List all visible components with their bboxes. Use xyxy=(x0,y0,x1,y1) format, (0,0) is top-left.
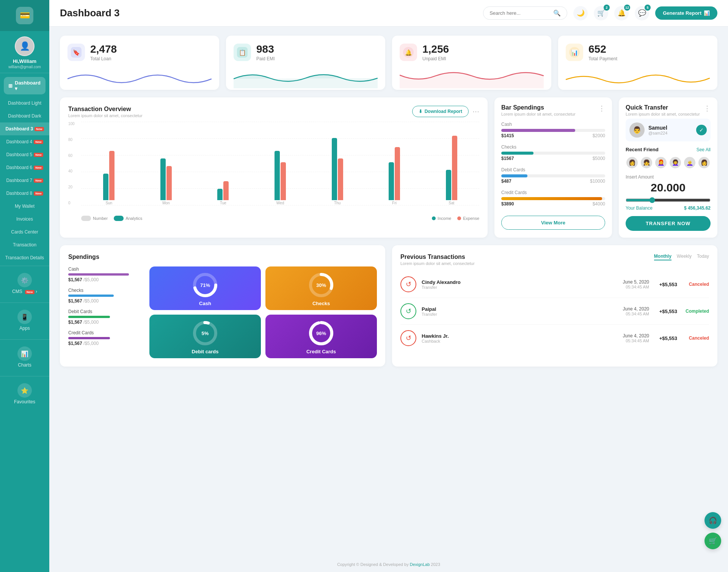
middle-row: Transaction Overview Lorem ipsum dolor s… xyxy=(60,97,717,238)
sidebar-item-transaction-details[interactable]: Transaction Details xyxy=(0,251,49,264)
friend-avatar-2[interactable]: 👧 xyxy=(640,156,653,169)
cart-btn[interactable]: 🛒 2 xyxy=(594,6,608,20)
checks-amount: $1567 xyxy=(501,156,514,161)
trans-status-paipal: Completed xyxy=(682,309,709,314)
sidebar-item-dashboard3[interactable]: Dashboard 3New xyxy=(0,122,49,135)
legend-right: Income Expense xyxy=(432,216,479,221)
tab-weekly[interactable]: Weekly xyxy=(677,254,692,260)
sidebar-item-dashboard6[interactable]: Dashboard 6New xyxy=(0,161,49,174)
checks-progress xyxy=(501,152,533,155)
donut-debit-label: Debit cards xyxy=(192,349,219,354)
toggle-analytics-on xyxy=(114,216,124,221)
total-payment-icon: 📊 xyxy=(566,44,583,61)
dashboard-toggle-btn[interactable]: ⊞ Dashboard ▾ xyxy=(4,77,46,94)
trans-date-hawkins: June 4, 2020 05:34:45 AM xyxy=(623,333,649,343)
legend-analytics: Analytics xyxy=(114,216,142,221)
donut-credit-label: Credit Cards xyxy=(306,349,336,354)
search-bar[interactable]: 🔍 xyxy=(483,6,567,20)
svg-text:🔔: 🔔 xyxy=(405,49,412,56)
sidebar-nav: Dashboard Light Dashboard Dark Dashboard… xyxy=(0,97,49,264)
day-label-sun: Sun xyxy=(105,201,112,205)
page-title: Dashboard 3 xyxy=(60,7,120,19)
bar-wed-coral xyxy=(281,162,286,200)
transaction-overview-more-btn[interactable]: ⋯ xyxy=(472,107,479,116)
cart-float-btn[interactable]: 🛒 xyxy=(704,533,721,549)
download-report-btn[interactable]: ⬇ Download Report xyxy=(412,106,469,117)
sidebar-item-dashboard-dark[interactable]: Dashboard Dark xyxy=(0,110,49,122)
bar-sat-coral xyxy=(452,136,457,200)
transfer-user-name: Samuel xyxy=(648,125,667,131)
star-icon: ⭐ xyxy=(17,383,32,398)
sidebar-item-dashboard5[interactable]: Dashboard 5New xyxy=(0,148,49,161)
charts-btn[interactable]: 📊 Charts xyxy=(0,343,49,371)
transfer-user-handle: @sam224 xyxy=(648,131,667,135)
sidebar-item-dashboard-light[interactable]: Dashboard Light xyxy=(0,97,49,110)
spendings-bar-checks xyxy=(68,295,114,297)
cms-btn[interactable]: ⚙️ CMS New › xyxy=(0,270,49,297)
bell-btn[interactable]: 🔔 12 xyxy=(614,6,629,20)
view-more-btn[interactable]: View More xyxy=(501,216,605,230)
chart-legend: Number Analytics Income Expense xyxy=(68,216,479,221)
sidebar-item-wallet[interactable]: My Wallet xyxy=(0,200,49,213)
prev-trans-header: Previous Transactions Lorem ipsum dolor … xyxy=(400,254,709,266)
logo-icon: 💳 xyxy=(16,7,33,24)
msg-badge: 5 xyxy=(645,5,651,11)
support-float-btn[interactable]: 🎧 xyxy=(704,512,721,529)
bar-group-fri: Fri xyxy=(367,124,422,205)
sidebar-item-dashboard4[interactable]: Dashboard 4New xyxy=(0,135,49,148)
avatar: 👤 xyxy=(15,36,35,56)
bar-group-wed: Wed xyxy=(253,124,308,205)
bar-group-tue: Tue xyxy=(195,124,251,205)
theme-toggle-btn[interactable]: 🌙 xyxy=(573,6,588,20)
trans-status-hawkins: Canceled xyxy=(682,335,709,341)
y-label-100: 100 xyxy=(68,122,79,126)
donut-cash: 71% Cash xyxy=(149,266,261,310)
cash-amount: $1415 xyxy=(501,133,514,138)
day-label-fri: Fri xyxy=(392,201,397,205)
tab-monthly[interactable]: Monthly xyxy=(654,254,672,260)
spendings-card: Spendings Cash $1,567 /$5,000 Checks $1,… xyxy=(60,245,385,367)
recent-friend-label: Recent Friend xyxy=(626,147,659,152)
generate-report-btn[interactable]: Generate Report 📊 xyxy=(655,6,717,20)
bell-badge: 12 xyxy=(624,5,630,11)
stat-cards: 🔖 2,478 Total Loan 📋 xyxy=(60,36,717,90)
apps-btn[interactable]: 📱 Apps xyxy=(0,307,49,334)
donut-credit-svg: 96% xyxy=(308,320,334,346)
balance-label: Your Balance xyxy=(626,205,653,211)
sidebar-item-invoices[interactable]: Invoices xyxy=(0,213,49,226)
sidebar-item-cards[interactable]: Cards Center xyxy=(0,226,49,238)
amount-slider[interactable] xyxy=(626,197,711,203)
message-btn[interactable]: 💬 5 xyxy=(635,6,649,20)
friend-avatar-1[interactable]: 👩 xyxy=(626,156,639,169)
fav-btn[interactable]: ⭐ Favourites xyxy=(0,380,49,407)
tab-today[interactable]: Today xyxy=(697,254,709,260)
bar-tue-coral xyxy=(223,181,229,200)
footer-brand-link[interactable]: DexignLab xyxy=(410,562,430,567)
quick-transfer-card: Quick Transfer Lorem ipsum dolor sit ame… xyxy=(619,97,717,238)
bar-spendings-card: Bar Spendings Lorem ipsum dolor sit amet… xyxy=(494,97,612,238)
friend-avatar-5[interactable]: 👩‍🦳 xyxy=(683,156,696,169)
friend-avatar-4[interactable]: 👩‍🦱 xyxy=(669,156,682,169)
stat-card-total-loan: 🔖 2,478 Total Loan xyxy=(60,36,219,90)
search-input[interactable] xyxy=(490,10,550,16)
see-all-btn[interactable]: See All xyxy=(697,147,711,152)
bar-spendings-more-btn[interactable]: ⋮ xyxy=(598,104,605,113)
sidebar-item-dashboard7[interactable]: Dashboard 7New xyxy=(0,174,49,187)
sidebar-item-dashboard8[interactable]: Dashboard 8New xyxy=(0,187,49,200)
total-loan-value: 2,478 xyxy=(90,43,117,55)
total-loan-wave xyxy=(67,67,212,88)
trans-date-cindy: June 5, 2020 05:34:45 AM xyxy=(623,279,649,289)
sidebar-item-transaction[interactable]: Transaction xyxy=(0,238,49,251)
quick-transfer-more-btn[interactable]: ⋮ xyxy=(704,104,711,113)
spendings-bar-cash xyxy=(68,273,129,276)
spendings-list-cash: Cash $1,567 /$5,000 xyxy=(68,266,144,282)
transfer-now-btn[interactable]: TRANSFER NOW xyxy=(626,216,711,231)
bar-sat-teal xyxy=(446,170,451,200)
friend-avatar-3[interactable]: 👩‍🦰 xyxy=(654,156,667,169)
bar-group-sun: Sun xyxy=(81,124,137,205)
sidebar-username: Hi,William xyxy=(13,58,36,64)
svg-text:🔖: 🔖 xyxy=(73,49,80,56)
bar-spendings-subtitle: Lorem ipsum dolor sit amet, consectetur xyxy=(501,112,576,116)
unpaid-emi-icon: 🔔 xyxy=(400,44,417,61)
friend-avatar-6[interactable]: 👩 xyxy=(698,156,711,169)
